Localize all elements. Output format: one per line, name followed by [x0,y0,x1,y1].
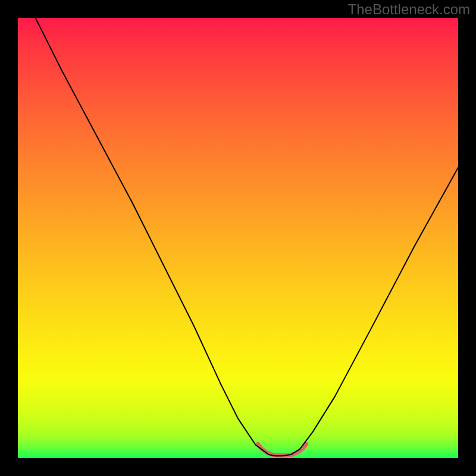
plot-area [18,18,458,458]
chart-frame: TheBottleneck.com [0,0,476,476]
chart-lines-svg [18,18,458,458]
watermark-text: TheBottleneck.com [348,1,470,18]
main-curve-line [36,18,458,456]
